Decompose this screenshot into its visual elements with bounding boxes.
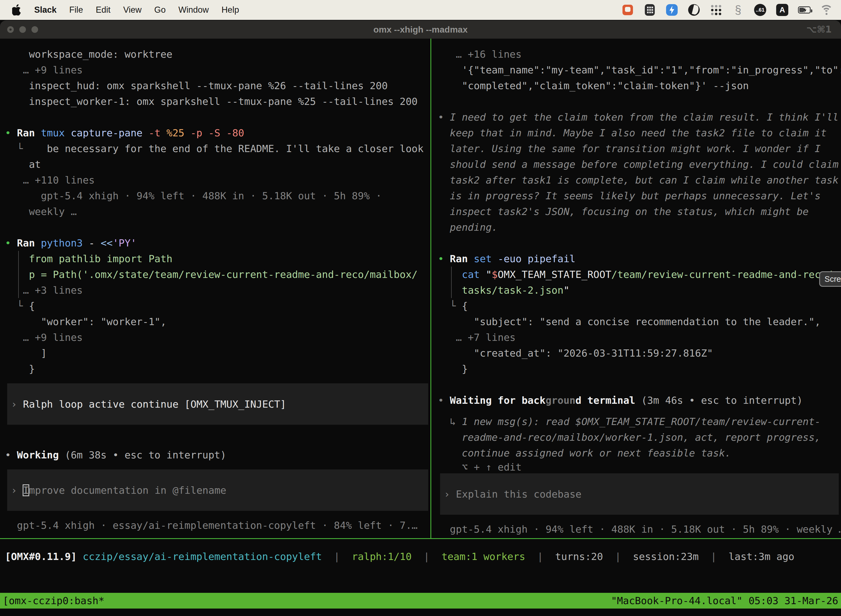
terminal-line: … +110 lines xyxy=(5,172,431,188)
menu-item-file[interactable]: File xyxy=(69,5,83,15)
chat-app-icon[interactable] xyxy=(621,3,634,17)
terminal-line: } xyxy=(5,361,431,377)
terminal-line: "created_at": "2026-03-31T11:59:27.816Z" xyxy=(438,345,841,361)
terminal-token: └ xyxy=(5,143,47,154)
terminal-line: task2 after task1 is complete, but can I… xyxy=(438,172,841,188)
terminal-token: Working xyxy=(17,449,64,461)
active-app-menu[interactable]: Slack xyxy=(34,5,57,15)
terminal-token: … +9 lines xyxy=(5,64,83,76)
prompt-input-bar[interactable]: › Ralph loop active continue [OMX_TMUX_I… xyxy=(7,383,428,425)
terminal-line: └ { xyxy=(438,298,841,314)
terminal-token: } xyxy=(438,363,468,374)
terminal-token: Ralph loop active continue [OMX_TMUX_INJ… xyxy=(23,399,286,410)
terminal-token: 'PY' xyxy=(113,238,136,249)
blank-line xyxy=(438,408,841,414)
terminal-token: tasks/task-2.json xyxy=(462,285,563,296)
terminal-token: cat xyxy=(462,269,486,280)
terminal-token: › xyxy=(11,485,23,496)
terminal-line: cat "$OMX_TEAM_STATE_ROOT/team/review-cu… xyxy=(438,267,841,282)
wifi-icon[interactable] xyxy=(819,3,833,17)
window-shortcut-hint: ⌥⌘1 xyxy=(806,21,832,39)
terminal-token: ⌥ + ↑ edit xyxy=(438,462,522,473)
terminal-line: pending. xyxy=(438,219,841,235)
terminal-token: workspace_mode: worktree xyxy=(5,48,173,60)
menu-item-window[interactable]: Window xyxy=(178,5,209,15)
text-cursor: I xyxy=(23,485,29,496)
terminal-token: python3 xyxy=(41,238,89,249)
terminal-token: -t xyxy=(148,127,166,139)
grid-shield-icon[interactable] xyxy=(643,3,657,17)
terminal-token: gpt-5.4 xhigh · essay/ai-reimplementatio… xyxy=(5,520,418,531)
right-terminal-pane: … +16 lines '{"team_name":"my-team","tas… xyxy=(431,39,841,538)
terminal-token: %25 xyxy=(166,127,190,139)
a-app-icon[interactable]: A xyxy=(775,3,789,17)
terminal-token: '{"team_name":"my-team","task_id":"1","f… xyxy=(438,64,841,76)
terminal-token: } xyxy=(5,363,35,374)
terminal-token: continue assigned work or next feasible … xyxy=(438,447,731,459)
apple-menu-icon[interactable] xyxy=(12,4,22,15)
terminal-token: Waiting for back xyxy=(450,395,545,406)
terminal-line: • Ran tmux capture-pane -t %25 -p -S -80 xyxy=(5,125,431,141)
dots-grid-icon[interactable] xyxy=(709,3,723,17)
squiggle-icon[interactable]: § xyxy=(731,3,745,17)
prompt-input-bar[interactable]: › Explain this codebase xyxy=(440,473,839,515)
terminal-token: -p -S -80 xyxy=(190,127,244,139)
terminal-token: << xyxy=(101,238,113,249)
terminal-token: turns:20 xyxy=(555,551,603,562)
menu-item-go[interactable]: Go xyxy=(154,5,166,15)
terminal-token xyxy=(438,285,462,296)
terminal-token: "created_at": "2026-03-31T11:59:27.816Z" xyxy=(438,348,713,359)
terminal-token: ] xyxy=(5,348,47,359)
terminal-line: • Working (6m 38s • esc to interrupt) xyxy=(5,447,431,463)
terminal-token: › xyxy=(11,399,23,410)
terminal-line: tasks/task-2.json" xyxy=(438,282,841,298)
terminal-line: is in progress? It seems likely but perh… xyxy=(438,188,841,204)
terminal-token: … +16 lines xyxy=(438,48,522,60)
terminal-token: be necessary for the end of the README. … xyxy=(47,143,423,154)
blank-line xyxy=(438,377,841,392)
kaleidoscope-icon[interactable] xyxy=(687,3,701,17)
tmux-status-bar: [omx-cczip0:bash* "MacBook-Pro-44.local"… xyxy=(0,593,841,609)
prompt-input-bar[interactable]: › Improve documentation in @filename xyxy=(7,469,428,511)
terminal-line: … +9 lines xyxy=(5,62,431,78)
terminal-token: /team/review-current-readme-and-reco/ xyxy=(611,269,833,280)
terminal-token: | xyxy=(603,551,633,562)
terminal-token: … +9 lines xyxy=(5,332,83,343)
terminal-line: └ be necessary for the end of the README… xyxy=(5,141,431,157)
terminal-line: ] xyxy=(5,345,431,361)
terminal-token: $ xyxy=(492,269,498,280)
blank-line xyxy=(5,431,431,447)
terminal-token: weekly … xyxy=(5,206,77,217)
terminal-line: keep that in mind. Maybe I also need the… xyxy=(438,125,841,141)
terminal-token: { xyxy=(29,300,35,312)
terminal-token: gpt-5.4 xhigh · 94% left · 488K in · 5.1… xyxy=(5,190,382,201)
menu-item-view[interactable]: View xyxy=(123,5,142,15)
screen-overlay-button[interactable]: Scre xyxy=(819,271,841,287)
terminal-line: } xyxy=(438,361,841,377)
terminal-token: • xyxy=(5,449,17,461)
terminal-token: (3m 46s • esc to interrupt) xyxy=(641,395,803,406)
tmux-host-clock-label: "MacBook-Pro-44.local" 05:03 31-Mar-26 xyxy=(611,593,838,609)
horizontal-pane-border xyxy=(0,538,841,539)
terminal-token: └ xyxy=(438,300,462,312)
terminal-line: • I need to get the claim token from the… xyxy=(438,109,841,125)
terminal-token: session:23m xyxy=(633,551,699,562)
terminal-token: team:1 workers xyxy=(441,551,525,562)
terminal-token: › xyxy=(444,488,456,500)
terminal-token: "completed","claim_token":"claim-token"}… xyxy=(438,80,749,91)
terminal-token: " xyxy=(486,269,492,280)
count-badge-icon[interactable]: ..61 xyxy=(753,3,767,17)
terminal-token: Ran xyxy=(17,238,41,249)
menu-item-edit[interactable]: Edit xyxy=(96,5,110,15)
battery-charging-icon[interactable] xyxy=(797,3,811,17)
terminal-token: I need to get the claim token from the c… xyxy=(450,111,838,123)
messenger-icon[interactable] xyxy=(665,3,679,17)
window-title-bar: omx --xhigh --madmax ⌥⌘1 xyxy=(0,21,841,39)
terminal-token: last:3m ago xyxy=(729,551,794,562)
terminal-token: d terminal xyxy=(576,395,641,406)
menu-item-help[interactable]: Help xyxy=(221,5,239,15)
terminal-token: set xyxy=(474,253,498,264)
terminal-token: ralph:1/10 xyxy=(352,551,412,562)
blank-line xyxy=(438,94,841,109)
terminal-token: OMX_TEAM_STATE_ROOT xyxy=(498,269,611,280)
